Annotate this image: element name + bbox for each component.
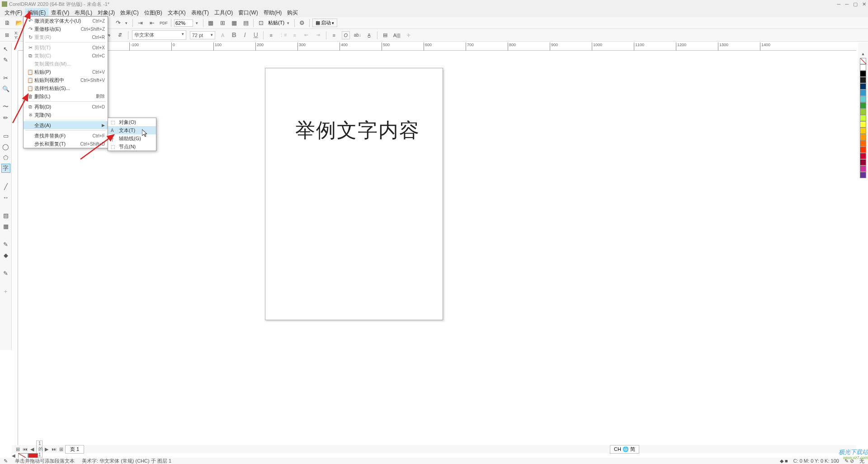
list-number-icon[interactable]: ≡ [291, 31, 299, 39]
increase-size-icon[interactable]: A [219, 31, 227, 39]
menu-item[interactable]: 📋粘贴到视图中Ctrl+Shift+V [24, 76, 108, 84]
shape-tool-icon[interactable]: ✎ [1, 55, 10, 64]
menu-item[interactable]: 查找并替换(F)Ctrl+F [24, 132, 108, 140]
next-page-icon[interactable]: ▶ [43, 446, 50, 452]
snap-opts-icon[interactable]: ⊡ [256, 19, 265, 28]
submenu-item[interactable]: A文本(T) [108, 126, 156, 134]
text-tool-icon[interactable]: 字 [1, 164, 10, 173]
color-swatch[interactable] [860, 140, 866, 147]
color-swatch[interactable] [860, 115, 866, 121]
color-swatch[interactable] [860, 121, 866, 128]
underline-button[interactable]: U [252, 31, 259, 39]
color-swatch[interactable] [860, 172, 866, 178]
submenu-item[interactable]: ┼辅助线(G) [108, 134, 156, 142]
align-left-icon[interactable]: ≡ [267, 31, 275, 39]
close-icon[interactable]: ✕ [862, 1, 866, 7]
shadow-tool-icon[interactable]: ▨ [1, 211, 10, 220]
options-icon[interactable]: ⚙ [297, 19, 307, 28]
menu-item[interactable]: ⧉再制(D)Ctrl+D [24, 103, 108, 111]
color-swatch[interactable] [860, 64, 866, 71]
text-frame-icon[interactable]: ▤ [381, 31, 389, 39]
oval-o-icon[interactable]: O [342, 31, 350, 39]
aa-icon[interactable]: A̲ [365, 31, 373, 39]
no-fill-swatch[interactable] [860, 58, 866, 64]
redo-icon[interactable]: ↷ [113, 19, 123, 28]
grid-small-icon[interactable]: ⊞ [3, 31, 11, 39]
pdf-icon[interactable]: PDF [159, 19, 168, 28]
paste-drop-icon[interactable]: ▾ [287, 21, 292, 25]
zoom-input[interactable] [174, 19, 193, 27]
ime-indicator[interactable]: CH 🌐 简 [610, 445, 639, 454]
menu-item[interactable]: ↶撤消更改字体大小(U)Ctrl+Z [24, 17, 108, 25]
minimize-secondary-icon[interactable]: ─ [837, 1, 840, 7]
submenu-item[interactable]: ⬚对象(O) [108, 118, 156, 126]
color-swatch[interactable] [860, 128, 866, 134]
open-icon[interactable]: 📂 [14, 19, 24, 28]
menu-item[interactable]: ↷重做移动(E)Ctrl+Shift+Z [24, 25, 108, 33]
menu-9[interactable]: 工具(O) [212, 8, 236, 18]
menu-7[interactable]: 文本(X) [165, 8, 189, 18]
indent-inc-icon[interactable]: ⇥ [314, 31, 322, 39]
fill-preview-icon[interactable]: ◆ ■ [780, 458, 788, 464]
grid-icon[interactable]: ▦ [230, 19, 239, 28]
color-swatch[interactable] [860, 90, 866, 96]
submenu-item[interactable]: ⬚节点(N) [108, 142, 156, 151]
export-icon[interactable]: ⇤ [147, 19, 156, 28]
menu-12[interactable]: 购买 [284, 8, 301, 18]
menu-11[interactable]: 帮助(H) [261, 8, 285, 18]
color-swatch[interactable] [860, 77, 866, 83]
color-swatch[interactable] [860, 109, 866, 115]
eyedropper-icon[interactable]: ✎ [1, 240, 10, 249]
color-swatch[interactable] [860, 153, 866, 159]
snap-icon[interactable]: ⊞ [218, 19, 227, 28]
fullscreen-icon[interactable]: ▦ [206, 19, 215, 28]
list-bullet-icon[interactable]: ⋮≡ [279, 31, 287, 39]
page-tab[interactable]: 页 1 [65, 445, 84, 454]
menu-item[interactable]: 📋粘贴(P)Ctrl+V [24, 68, 108, 76]
plus-icon[interactable]: + [405, 31, 413, 39]
zoom-drop-icon[interactable]: ▾ [196, 21, 200, 25]
menu-item[interactable]: 🗑删除(L)删除 [24, 92, 108, 100]
menu-10[interactable]: 窗口(W) [236, 8, 260, 18]
color-swatch[interactable] [860, 166, 866, 172]
polygon-tool-icon[interactable]: ⬠ [1, 153, 10, 162]
color-swatch[interactable] [860, 71, 866, 77]
menu-item[interactable]: 📋选择性粘贴(S)... [24, 84, 108, 92]
menu-5[interactable]: 效果(C) [118, 8, 142, 18]
palette-up-icon[interactable]: ▲ [861, 52, 865, 56]
color-swatch[interactable] [860, 159, 866, 166]
dimension-tool-icon[interactable]: ↔ [1, 193, 10, 202]
color-swatch[interactable] [860, 83, 866, 90]
indent-dec-icon[interactable]: ⇤ [302, 31, 311, 39]
guides-icon[interactable]: ▤ [241, 19, 250, 28]
ab-icon[interactable]: ab↓ [354, 31, 362, 39]
freehand-tool-icon[interactable]: 〜 [1, 102, 10, 111]
font-size-select[interactable]: 72 pt▾ [190, 31, 215, 39]
color-swatch[interactable] [860, 147, 866, 153]
italic-button[interactable]: I [241, 31, 249, 39]
pick-tool-icon[interactable]: ↖ [1, 44, 10, 53]
redo-drop-icon[interactable]: ▾ [125, 21, 130, 25]
line-tool-icon[interactable]: ╱ [1, 182, 10, 191]
color-swatch[interactable] [860, 96, 866, 102]
first-page-icon[interactable]: ⏮ [22, 446, 28, 452]
maximize-icon[interactable]: ▢ [853, 1, 858, 7]
menu-item[interactable]: 全选(A)▶ [24, 121, 108, 129]
add-tool-icon[interactable]: + [1, 287, 10, 296]
text-direction-icon[interactable]: ≡ [330, 31, 338, 39]
zoom-tool-icon[interactable]: 🔍 [1, 84, 10, 93]
bold-button[interactable]: B [231, 31, 238, 39]
launch-button[interactable]: ▦启动▾ [312, 19, 337, 27]
artistic-media-icon[interactable]: ✏ [1, 113, 10, 122]
paste-menu-label[interactable]: 粘贴(T) [268, 19, 284, 26]
minimize-icon[interactable]: ─ [845, 1, 849, 7]
menu-item[interactable]: 步长和重复(T)Ctrl+Shift+D [24, 140, 108, 148]
vertical-text-icon[interactable]: A||| [393, 31, 401, 39]
last-page-icon[interactable]: ⏭ [51, 446, 57, 452]
menu-8[interactable]: 表格(T) [189, 8, 212, 18]
mirror-v-icon[interactable]: ⇵ [116, 31, 124, 39]
import-icon[interactable]: ⇥ [136, 19, 145, 28]
menu-item[interactable]: ※克隆(N) [24, 111, 108, 119]
fill-tool-icon[interactable]: ◆ [1, 251, 10, 260]
color-swatch[interactable] [860, 102, 866, 109]
